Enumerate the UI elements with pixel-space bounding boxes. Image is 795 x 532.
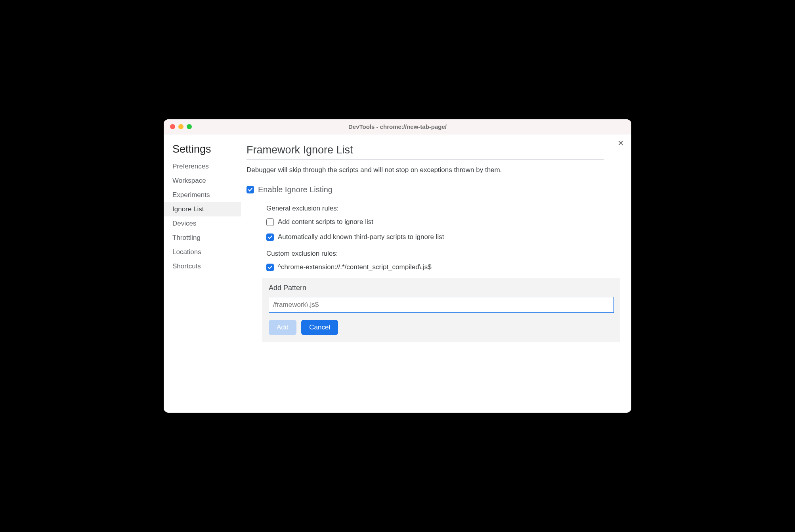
page-title: Framework Ignore List	[247, 144, 604, 160]
pattern-input[interactable]	[269, 297, 614, 313]
zoom-window-icon[interactable]	[187, 124, 192, 129]
general-exclusion-title: General exclusion rules:	[266, 205, 604, 212]
custom-rule-row: ^chrome-extension://.*/content_script_co…	[266, 263, 604, 271]
custom-exclusion-title: Custom exclusion rules:	[266, 250, 604, 258]
custom-rule-checkbox[interactable]	[266, 264, 274, 271]
sidebar-item-preferences[interactable]: Preferences	[164, 159, 241, 174]
general-rule-checkbox[interactable]	[266, 218, 274, 226]
pattern-button-row: Add Cancel	[269, 320, 614, 335]
sidebar-item-devices[interactable]: Devices	[164, 216, 241, 231]
add-pattern-title: Add Pattern	[269, 284, 614, 292]
sidebar-item-workspace[interactable]: Workspace	[164, 174, 241, 188]
traffic-lights	[164, 124, 192, 129]
devtools-window: DevTools - chrome://new-tab-page/ ✕ Sett…	[164, 119, 631, 413]
window-title: DevTools - chrome://new-tab-page/	[164, 123, 631, 130]
general-exclusion-section: General exclusion rules: Add content scr…	[247, 205, 604, 271]
sidebar-title: Settings	[164, 143, 241, 159]
sidebar: Settings PreferencesWorkspaceExperiments…	[164, 134, 241, 413]
cancel-button[interactable]: Cancel	[301, 320, 338, 335]
general-rule-row: Automatically add known third-party scri…	[266, 233, 604, 241]
general-rule-checkbox[interactable]	[266, 233, 274, 241]
minimize-window-icon[interactable]	[178, 124, 183, 129]
enable-ignore-listing-label: Enable Ignore Listing	[258, 185, 333, 194]
add-pattern-section: Add Pattern Add Cancel	[262, 278, 620, 342]
main-content: Framework Ignore List Debugger will skip…	[241, 134, 631, 413]
general-rule-row: Add content scripts to ignore list	[266, 218, 604, 226]
sidebar-item-experiments[interactable]: Experiments	[164, 188, 241, 202]
sidebar-item-locations[interactable]: Locations	[164, 245, 241, 259]
close-icon[interactable]: ✕	[617, 139, 624, 147]
custom-rule-label: ^chrome-extension://.*/content_script_co…	[278, 263, 432, 271]
sidebar-item-ignore-list[interactable]: Ignore List	[164, 202, 241, 216]
window-body: ✕ Settings PreferencesWorkspaceExperimen…	[164, 134, 631, 413]
general-rule-label: Automatically add known third-party scri…	[278, 233, 444, 241]
add-button[interactable]: Add	[269, 320, 296, 335]
page-description: Debugger will skip through the scripts a…	[247, 166, 604, 174]
close-window-icon[interactable]	[170, 124, 175, 129]
sidebar-item-throttling[interactable]: Throttling	[164, 231, 241, 245]
enable-ignore-listing-row: Enable Ignore Listing	[247, 185, 604, 194]
enable-ignore-listing-checkbox[interactable]	[247, 186, 254, 193]
general-rule-label: Add content scripts to ignore list	[278, 218, 373, 226]
sidebar-item-shortcuts[interactable]: Shortcuts	[164, 259, 241, 274]
titlebar: DevTools - chrome://new-tab-page/	[164, 119, 631, 134]
